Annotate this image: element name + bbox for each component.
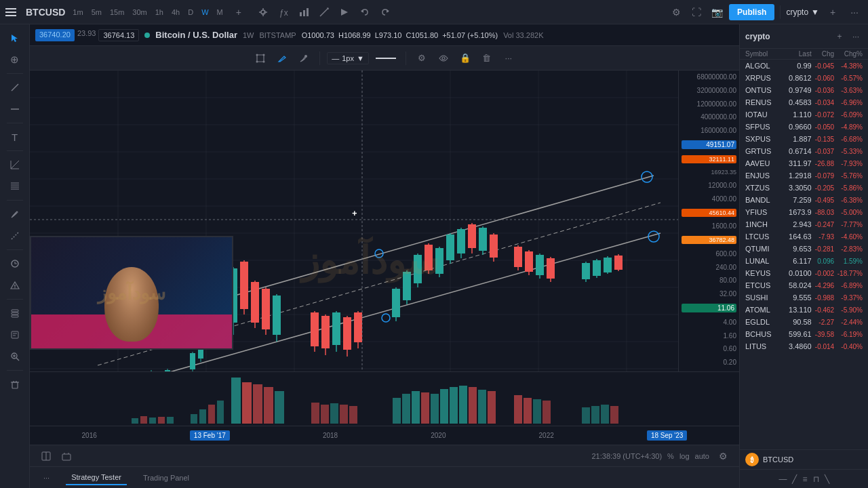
compare-icon[interactable] [255, 4, 271, 20]
strip-icon-4[interactable]: ⊓ [813, 474, 819, 484]
watchlist-item[interactable]: ALGOL 0.99 -0.045 -4.38% [740, 60, 868, 72]
fullscreen-icon[interactable]: ⛶ [688, 4, 705, 20]
redo-icon[interactable] [377, 4, 393, 20]
svg-rect-128 [490, 235, 498, 258]
auto-label[interactable]: auto [695, 452, 709, 460]
watchlist-item[interactable]: ENJUS 1.2918 -0.079 -5.76% [740, 169, 868, 182]
measure-tool[interactable] [4, 226, 26, 245]
tab-indicator[interactable]: ··· [38, 471, 55, 485]
undo-icon[interactable] [357, 4, 373, 20]
fib-tool[interactable] [4, 177, 26, 196]
watchlist-item[interactable]: IOTAU 1.110 -0.072 -6.09% [740, 108, 868, 121]
watchlist-item[interactable]: BCHUS 599.61 -39.58 -6.19% [740, 328, 868, 340]
tf-1h[interactable]: 1h [152, 6, 167, 18]
gear-icon[interactable]: ⚙ [668, 4, 684, 20]
strip-icon-2[interactable]: ╱ [792, 474, 797, 484]
strip-icon-5[interactable]: ╲ [825, 474, 829, 484]
settings-draw-tool[interactable]: ⚙ [413, 49, 431, 67]
wl-sym: RENUS [745, 98, 783, 106]
add-timeframe-btn[interactable]: + [231, 4, 247, 20]
watchlist-item[interactable]: QTUMI 9.653 -0.281 -2.83% [740, 243, 868, 255]
add-watchlist-icon[interactable]: + [825, 4, 841, 20]
watchlist-item[interactable]: BANDL 7.259 -0.495 -6.38% [740, 194, 868, 206]
cursor-tool[interactable] [4, 28, 26, 47]
line-style-selector[interactable]: — 1px ▼ [327, 52, 369, 64]
horizontal-line-tool[interactable] [4, 100, 26, 119]
tf-30m[interactable]: 30m [129, 6, 150, 18]
svg-rect-170 [412, 391, 420, 424]
watchlist-item[interactable]: GRTUS 0.6714 -0.037 -5.33% [740, 145, 868, 157]
publish-button[interactable]: Publish [729, 4, 774, 20]
watchlist-item[interactable]: SXPUS 1.887 -0.135 -6.68% [740, 133, 868, 145]
camera-icon[interactable]: 📷 [709, 4, 725, 20]
watchlist-item[interactable]: XRPUS 0.8612 -0.060 -6.57% [740, 72, 868, 84]
crypto-dropdown[interactable]: crypto ▼ [786, 7, 819, 17]
watchlist-item[interactable]: KEYUS 0.0100 -0.002 -18.77% [740, 267, 868, 279]
chart-type-icon[interactable] [296, 4, 312, 20]
watchlist-item[interactable]: LITUS 3.4860 -0.014 -0.40% [740, 340, 868, 352]
watchlist-item[interactable]: ATOML 13.110 -0.462 -5.90% [740, 304, 868, 316]
note-tool[interactable] [4, 325, 26, 344]
tf-15m[interactable]: 15m [106, 6, 127, 18]
price-box-1[interactable]: 36740.20 [35, 29, 75, 41]
log-label[interactable]: log [679, 452, 690, 460]
replay-icon[interactable] [336, 4, 353, 20]
watchlist-item[interactable]: ONTUS 0.9749 -0.036 -3.63% [740, 84, 868, 96]
tf-M[interactable]: M [214, 6, 226, 18]
zoom-tool[interactable] [4, 347, 26, 366]
symbol-name[interactable]: BTCUSD [26, 7, 65, 18]
wl-chg: -0.462 [812, 306, 834, 314]
lock-draw-tool[interactable]: 🔒 [456, 49, 474, 67]
wl-chgp: -5.90% [834, 306, 863, 314]
watchlist-item[interactable]: LTCUS 164.63 -7.93 -4.60% [740, 230, 868, 243]
add-symbol-btn[interactable]: + [833, 30, 846, 43]
brush-tool[interactable] [4, 205, 26, 224]
hamburger-menu[interactable] [5, 5, 19, 19]
wl-sym: GRTUS [745, 147, 783, 155]
indicators-icon[interactable]: ƒx [275, 4, 292, 20]
watchlist-item[interactable]: RENUS 0.4583 -0.034 -6.96% [740, 96, 868, 108]
strip-icon-1[interactable]: — [778, 474, 787, 484]
tf-W[interactable]: W [198, 6, 212, 18]
tab-trading-panel[interactable]: Trading Panel [138, 471, 195, 485]
layout-icon[interactable] [38, 448, 54, 464]
percent-label[interactable]: % [667, 452, 674, 460]
chart-main[interactable]: + سودآموز 68000000.00 32000000.00 120000… [30, 70, 739, 371]
watchlist-item[interactable]: EGLDL 90.58 -2.27 -2.44% [740, 316, 868, 328]
watchlist-tool[interactable] [4, 254, 26, 273]
tf-5m[interactable]: 5m [88, 6, 105, 18]
order-tool[interactable] [4, 304, 26, 323]
eye-draw-tool[interactable] [435, 49, 452, 67]
delete-draw-tool[interactable]: 🗑 [478, 49, 496, 67]
watchlist-item[interactable]: XTZUS 3.3050 -0.205 -5.86% [740, 182, 868, 194]
gann-tool[interactable] [4, 155, 26, 174]
more-options-icon[interactable]: ··· [846, 4, 863, 20]
tab-strategy-tester[interactable]: Strategy Tester [66, 470, 127, 485]
watchlist-item[interactable]: ETCUS 58.024 -4.296 -6.89% [740, 279, 868, 291]
watchlist-item[interactable]: SFPUS 0.9660 -0.050 -4.89% [740, 121, 868, 133]
strategy-tester-btn[interactable] [58, 448, 75, 464]
tf-1m[interactable]: 1m [69, 6, 86, 18]
watchlist-item[interactable]: 1INCH 2.943 -0.247 -7.77% [740, 218, 868, 230]
watchlist-item[interactable]: YFIUS 1673.9 -88.03 -5.00% [740, 206, 868, 218]
watchlist-item[interactable]: SUSHI 9.555 -0.988 -9.37% [740, 291, 868, 304]
watchlist-item[interactable]: AAVEU 311.97 -26.88 -7.93% [740, 157, 868, 169]
more-draw-tool[interactable]: ··· [500, 49, 517, 67]
trendline-tool[interactable] [4, 78, 26, 97]
alert-tool[interactable] [4, 276, 26, 295]
tf-D[interactable]: D [184, 6, 197, 18]
settings-bottom-icon[interactable]: ⚙ [715, 448, 731, 464]
price-box-3[interactable]: 36764.13 [98, 29, 139, 41]
strip-icon-3[interactable]: ≡ [802, 474, 807, 484]
tf-4h[interactable]: 4h [168, 6, 183, 18]
paint-draw-tool[interactable] [295, 49, 313, 67]
select-draw-tool[interactable] [252, 49, 269, 67]
drawing-icon[interactable] [316, 4, 332, 20]
btc-bottom-row[interactable]: ₿ BTCUSD [740, 449, 868, 469]
delete-tool[interactable] [4, 375, 26, 394]
pencil-draw-tool[interactable] [273, 49, 291, 67]
crosshair-tool[interactable]: ⊕ [4, 50, 26, 69]
watchlist-item[interactable]: LUNAL 6.117 0.096 1.59% [740, 255, 868, 267]
more-watchlist-btn[interactable]: ··· [849, 30, 863, 43]
text-tool[interactable]: T [4, 127, 26, 146]
